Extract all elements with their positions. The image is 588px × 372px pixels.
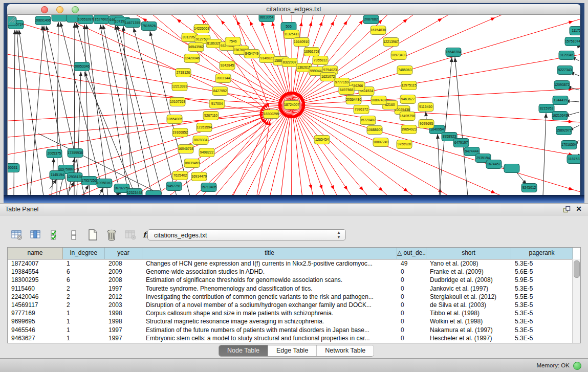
svg-text:2065375: 2065375 [48, 151, 61, 155]
column-header-out_de[interactable]: △ out_de... [397, 248, 426, 259]
svg-text:6479197: 6479197 [454, 141, 468, 144]
table-row[interactable]: 1830029562008Estimation of significance … [8, 276, 580, 284]
delete-trash-icon[interactable] [104, 228, 119, 242]
svg-text:111753: 111753 [572, 29, 580, 32]
svg-text:8427552: 8427552 [213, 89, 227, 93]
svg-text:7955812: 7955812 [314, 58, 328, 62]
svg-text:14226063: 14226063 [194, 27, 209, 30]
tab-node-table[interactable]: Node Table [219, 345, 268, 356]
network-view-window: citations_edges.txt 24055724206914061065… [7, 4, 580, 196]
table-cell: 5.3E-5 [511, 326, 573, 334]
float-panel-icon[interactable] [563, 206, 571, 213]
svg-text:9267110: 9267110 [204, 114, 217, 117]
table-row[interactable]: 977716911998Corpus callosum shape and si… [8, 309, 580, 317]
svg-text:15751074: 15751074 [565, 39, 580, 43]
svg-text:62160: 62160 [385, 103, 395, 106]
table-cell: 1 [63, 334, 105, 342]
table-row[interactable]: 1938455462009Genome-wide association stu… [8, 268, 580, 276]
svg-text:10973493: 10973493 [391, 53, 406, 57]
table-selector-dropdown[interactable]: citations_edges.txt ▲▼ [147, 229, 346, 240]
table-type-tabs: Node TableEdge TableNetwork Table [219, 345, 374, 357]
table-cell: Nakamura et al. (1997) [426, 326, 511, 334]
table-cell: 2012 [105, 293, 142, 301]
table-cell: 5.9E-5 [511, 276, 573, 284]
svg-text:1145194: 1145194 [51, 173, 64, 177]
table-cell: 18724007 [8, 259, 63, 268]
table-row[interactable]: 946554611997Estimation of the future num… [8, 326, 580, 334]
column-header-pagerank[interactable]: pagerank [511, 248, 573, 259]
table-cell: Estimation of significance thresholds fo… [142, 276, 397, 284]
unselect-all-icon[interactable] [66, 228, 81, 242]
table-cell: Jankovic et al. (1997) [426, 285, 511, 293]
table-header-row: namein_degreeyeartitle△ out_de...shortpa… [8, 248, 580, 259]
new-document-icon[interactable] [85, 228, 100, 242]
svg-text:15892971: 15892971 [556, 128, 572, 132]
svg-text:8958923: 8958923 [443, 135, 456, 138]
table-row[interactable]: 2242004622012Investigating the contribut… [8, 293, 580, 301]
svg-text:11325413: 11325413 [284, 32, 299, 36]
table-cell: 0 [397, 309, 426, 317]
svg-text:9146821: 9146821 [260, 56, 274, 60]
svg-text:1674457: 1674457 [487, 162, 501, 166]
memory-ok-indicator-icon [573, 362, 581, 370]
table-cell: 2 [63, 301, 105, 309]
scrollbar-thumb[interactable] [574, 260, 580, 278]
table-cell: 5.3E-5 [511, 259, 573, 268]
svg-text:17016504: 17016504 [561, 143, 577, 146]
tab-network-table[interactable]: Network Table [317, 345, 374, 356]
svg-text:16154838: 16154838 [371, 28, 386, 32]
show-column-icon[interactable] [28, 228, 43, 242]
zoom-window-button[interactable] [72, 6, 79, 13]
svg-text:16046768: 16046768 [178, 147, 193, 150]
table-cell: Tourette syndrome. Phenomenology and cla… [142, 285, 397, 293]
table-cell: 2009 [105, 268, 142, 276]
table-cell: 5.3E-5 [511, 285, 573, 293]
table-cell: 2008 [105, 259, 142, 268]
column-header-name[interactable]: name [8, 248, 63, 259]
column-header-year[interactable]: year [105, 248, 142, 259]
citation-network-graph[interactable]: 2405572420691406106532871527602646616010… [8, 15, 580, 196]
minimize-window-button[interactable] [56, 6, 63, 13]
network-window-titlebar[interactable]: citations_edges.txt [7, 4, 580, 15]
network-canvas[interactable]: 2405572420691406106532871527602646616010… [7, 15, 580, 196]
column-header-in_degree[interactable]: in_degree [63, 248, 105, 259]
svg-text:12323448: 12323448 [127, 191, 142, 194]
table-vertical-scrollbar[interactable] [572, 259, 580, 343]
resize-grip-icon[interactable] [8, 15, 17, 24]
table-cell: 0 [397, 317, 426, 325]
svg-text:16210643: 16210643 [552, 114, 568, 117]
svg-text:7986372: 7986372 [355, 107, 368, 111]
table-row[interactable]: 969969511998Structural magnetic resonanc… [8, 317, 580, 325]
table-cell: 0 [397, 326, 426, 334]
svg-text:17359938: 17359938 [68, 151, 83, 155]
table-cell: Changes of HCN gene expression and I(f) … [142, 259, 397, 268]
table-cell: Yano et al. (2008) [426, 259, 511, 268]
svg-text:9699695: 9699695 [420, 122, 433, 125]
svg-text:9777169: 9777169 [335, 80, 349, 84]
table-row[interactable]: 1456911722003Disruption of a novel membe… [8, 301, 580, 309]
table-cell: 1 [63, 326, 105, 334]
svg-text:16961758: 16961758 [304, 50, 319, 53]
svg-text:15720407: 15720407 [360, 118, 376, 122]
table-cell: Embryonic stem cells: a model to study s… [142, 334, 397, 342]
column-header-short[interactable]: short [426, 248, 511, 259]
table-cell: 0 [397, 268, 426, 276]
tab-edge-table[interactable]: Edge Table [268, 345, 317, 356]
table-row[interactable]: 1872400712008Changes of HCN gene express… [8, 259, 580, 268]
svg-text:1621072: 1621072 [321, 75, 335, 78]
svg-text:1244419: 1244419 [554, 98, 568, 102]
close-panel-icon[interactable]: ✕ [576, 205, 582, 213]
table-row[interactable]: 911546021997Tourette syndrome. Phenomeno… [8, 285, 580, 293]
table-cell: 49 [397, 259, 426, 268]
table-settings-icon[interactable] [9, 228, 25, 242]
table-cell: 6 [63, 268, 105, 276]
svg-text:8454749: 8454749 [245, 52, 259, 55]
svg-text:9242845: 9242845 [221, 63, 234, 67]
select-all-icon[interactable] [47, 228, 62, 242]
svg-text:12213383: 12213383 [172, 84, 187, 88]
svg-text:917004: 917004 [211, 102, 223, 105]
table-row[interactable]: 946362711997Embryonic stem cells: a mode… [8, 334, 580, 342]
close-window-button[interactable] [41, 6, 48, 13]
column-header-title[interactable]: title [142, 248, 397, 259]
svg-text:9756928: 9756928 [398, 142, 411, 146]
